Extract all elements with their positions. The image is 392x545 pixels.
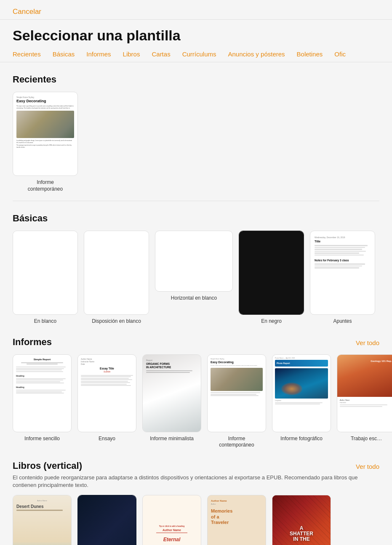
recientes-templates-row: Simple Home Styling Easy Decorating The …: [13, 92, 379, 192]
template-thumb-informe-sencillo: Simple Report Heading: [13, 354, 72, 432]
nav-item-basicas[interactable]: Básicas: [53, 51, 75, 58]
section-title-libros: Libros (vertical): [13, 460, 82, 471]
template-item-urna-semper[interactable]: Urna Semper Urna Semper: [77, 495, 136, 545]
template-label-informe-contemporaneo: Informecontemporáneo: [28, 179, 63, 192]
informes-see-all-button[interactable]: Ver todo: [356, 339, 379, 346]
template-thumb-apuntes: Wednesday, December 16, 2016 Title Notes…: [310, 231, 375, 315]
template-thumb-informe-fotografico: Poster Name — April 16, 2022 Photo Repor…: [272, 354, 331, 432]
nav-item-recientes[interactable]: Recientes: [13, 51, 41, 58]
template-thumb-en-negro: [239, 231, 304, 315]
template-item-en-blanco[interactable]: En blanco: [13, 231, 78, 325]
template-label-informe-sencillo: Informe sencillo: [24, 436, 60, 442]
template-label-informe-minimalista: Informe minimalista: [150, 436, 194, 442]
top-bar: Cancelar: [0, 0, 392, 20]
template-thumb-shatter: ASHATTERIN THE: [272, 495, 331, 545]
nav-item-libros[interactable]: Libros: [123, 51, 140, 58]
template-thumb-disposicion: [84, 231, 149, 315]
nav-item-ofic[interactable]: Ofic: [334, 51, 346, 58]
template-item-trabajo-esc[interactable]: Author Name Fall 2019 Geology 101 Rep… T…: [337, 354, 392, 449]
template-label-apuntes: Apuntes: [333, 318, 352, 325]
template-item-disposicion[interactable]: Disposición en blanco: [84, 231, 149, 325]
libros-templates-row: Author Name Desert Dunes Desert Dunes Ur…: [13, 495, 379, 545]
section-basicas: Básicas En blanco Disposición en blanco: [13, 213, 379, 325]
nav-item-anuncios[interactable]: Anuncios y pósteres: [228, 51, 285, 58]
template-thumb-informe-minimalista: Report ORGANIC FORMSIN ARCHITECTURE: [142, 354, 201, 432]
template-item-en-negro[interactable]: En negro: [239, 231, 304, 325]
template-thumb-trabajo-esc: Author Name Fall 2019 Geology 101 Rep…: [337, 354, 392, 432]
template-item-ensayo[interactable]: Author Name Instructor Name Date Essay T…: [77, 354, 136, 449]
template-item-desert-dunes[interactable]: Author Name Desert Dunes Desert Dunes: [13, 495, 72, 545]
template-item-informe-fotografico[interactable]: Poster Name — April 16, 2022 Photo Repor…: [272, 354, 331, 449]
template-item-eternal[interactable]: Tip or click to add a heading Author Nam…: [142, 495, 201, 545]
cancel-button[interactable]: Cancelar: [13, 8, 41, 16]
template-label-ensayo: Ensayo: [99, 436, 115, 442]
template-thumb-informe-contemporaneo: Simple Home Styling Easy Decorating The …: [13, 92, 78, 176]
section-title-basicas: Básicas: [13, 213, 48, 224]
nav-item-informes[interactable]: Informes: [86, 51, 111, 58]
nav-item-boletines[interactable]: Boletines: [297, 51, 323, 58]
template-thumb-en-blanco: [13, 231, 78, 315]
template-label-en-blanco: En blanco: [34, 318, 56, 325]
nav-item-curriculums[interactable]: Currículums: [182, 51, 216, 58]
section-title-informes: Informes: [13, 337, 52, 348]
template-thumb-urna-semper: Urna Semper: [77, 495, 136, 545]
template-item-shatter[interactable]: ASHATTERIN THE Shatter in the…: [272, 495, 331, 545]
section-recientes: Recientes Simple Home Styling Easy Decor…: [13, 74, 379, 192]
template-item-informe-sencillo[interactable]: Simple Report Heading: [13, 354, 72, 449]
template-thumb-informe-contemporaneo2: Simple Home Styling Easy Decorating The …: [207, 354, 266, 432]
template-item-informe-contemporaneo[interactable]: Simple Home Styling Easy Decorating The …: [13, 92, 78, 192]
informes-templates-row: Simple Report Heading: [13, 354, 379, 449]
template-thumb-eternal: Tip or click to add a heading Author Nam…: [142, 495, 201, 545]
template-item-horizontal[interactable]: Horizontal en blanco: [155, 231, 233, 325]
page-title: Seleccionar una plantilla: [0, 20, 392, 48]
template-label-disposicion: Disposición en blanco: [92, 318, 141, 325]
basicas-templates-row: En blanco Disposición en blanco Horizont…: [13, 231, 379, 325]
nav-item-cartas[interactable]: Cartas: [152, 51, 170, 58]
template-label-en-negro: En negro: [261, 318, 282, 325]
template-item-informe-minimalista[interactable]: Report ORGANIC FORMSIN ARCHITECTURE Info…: [142, 354, 201, 449]
section-informes: Informes Ver todo Simple Report: [13, 337, 379, 449]
template-item-apuntes[interactable]: Wednesday, December 16, 2016 Title Notes…: [310, 231, 375, 325]
template-item-informe-contemporaneo2[interactable]: Simple Home Styling Easy Decorating The …: [207, 354, 266, 449]
template-thumb-desert-dunes: Author Name Desert Dunes: [13, 495, 72, 545]
template-thumb-horizontal: [155, 231, 233, 292]
template-label-horizontal: Horizontal en blanco: [171, 295, 217, 302]
template-thumb-ensayo: Author Name Instructor Name Date Essay T…: [77, 354, 136, 432]
template-label-informe-contemporaneo2: Informecontemporáneo: [219, 436, 254, 449]
libros-see-all-button[interactable]: Ver todo: [356, 463, 379, 470]
template-label-informe-fotografico: Informe fotográfico: [280, 436, 323, 442]
category-nav: Recientes Básicas Informes Libros Cartas…: [0, 48, 392, 62]
template-item-memories-traveler[interactable]: Author Name Author Memoriesof aTraveler …: [207, 495, 266, 545]
template-thumb-memories-traveler: Author Name Author Memoriesof aTraveler: [207, 495, 266, 545]
libros-section-desc: El contenido puede reorganizarse para ad…: [13, 474, 379, 489]
section-title-recientes: Recientes: [13, 74, 56, 85]
section-libros: Libros (vertical) Ver todo El contenido …: [13, 460, 379, 545]
template-label-trabajo-esc: Trabajo esc…: [351, 436, 382, 442]
